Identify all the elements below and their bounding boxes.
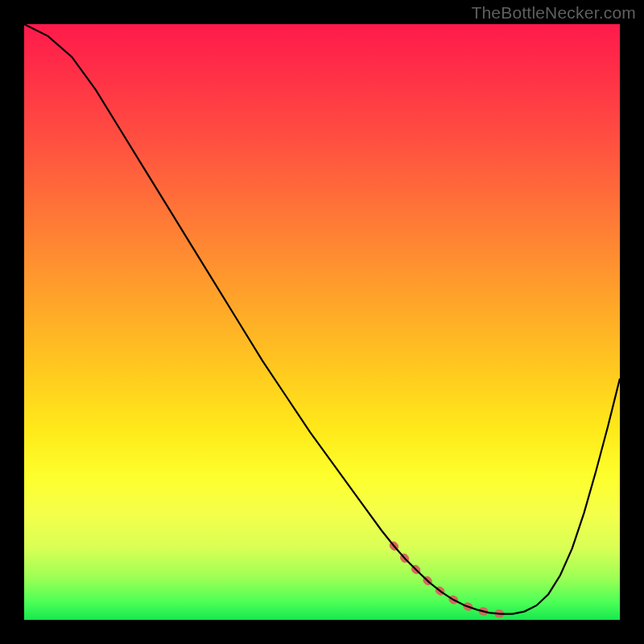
- chart-frame: TheBottleNecker.com: [0, 0, 644, 644]
- bottleneck-curve: [24, 24, 620, 614]
- plot-area: [24, 24, 620, 620]
- optimal-band: [394, 546, 513, 614]
- curve-overlay: [24, 24, 620, 620]
- watermark-text: TheBottleNecker.com: [471, 3, 636, 23]
